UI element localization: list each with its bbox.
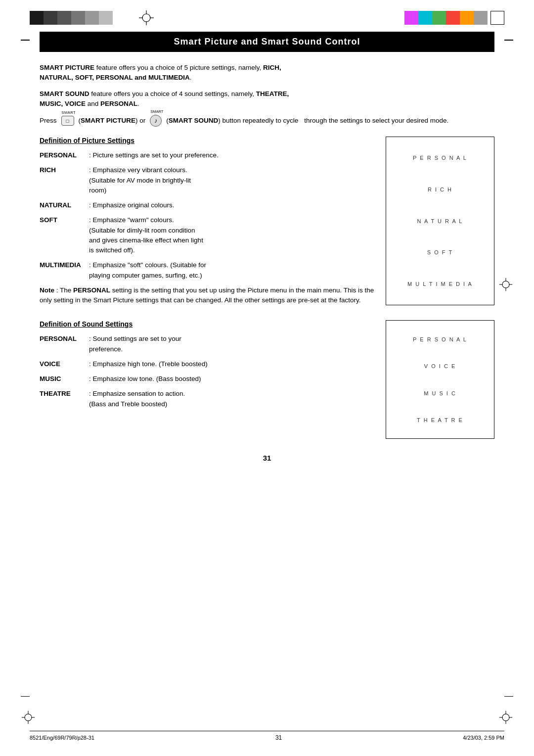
smart-sound-btn-text: (SMART SOUND) button repeatedly to cycle bbox=[166, 116, 298, 126]
sound-panel-music: M U S I C bbox=[424, 385, 456, 401]
smart-label-sound: SMART bbox=[150, 109, 163, 114]
color-block-4 bbox=[71, 11, 85, 25]
color-block-2 bbox=[44, 11, 57, 25]
sound-row-music: MUSIC : Emphasize low tone. (Bass booste… bbox=[40, 374, 376, 384]
natural-desc: : Emphasize original colours. bbox=[89, 200, 376, 210]
smart-sound-and: and bbox=[88, 100, 100, 107]
picture-section-heading: Definition of Picture Settings bbox=[40, 137, 376, 144]
picture-row-rich: RICH : Emphasize very vibrant colours.(S… bbox=[40, 165, 376, 195]
sound-panel-personal: P E R S O N A L bbox=[413, 331, 467, 347]
personal-desc: : Picture settings are set to your prefe… bbox=[89, 150, 376, 160]
color-block-r4 bbox=[446, 11, 460, 25]
color-block-r3 bbox=[432, 11, 446, 25]
smart-sound-personal: PERSONAL bbox=[100, 100, 137, 107]
sound-definition-text: Definition of Sound Settings PERSONAL : … bbox=[40, 320, 376, 439]
sound-personal-desc: : Sound settings are set to yourpreferen… bbox=[89, 334, 376, 354]
voice-term: VOICE bbox=[40, 359, 89, 369]
picture-note: Note : The PERSONAL setting is the setti… bbox=[40, 285, 376, 306]
color-blocks-right bbox=[404, 11, 488, 25]
crosshair-top-left bbox=[137, 9, 155, 27]
color-block-r5 bbox=[460, 11, 474, 25]
color-block-5 bbox=[85, 11, 99, 25]
sound-row-personal: PERSONAL : Sound settings are set to you… bbox=[40, 334, 376, 354]
footer-info: 8521/Eng/69R/79R/p28-31 31 4/23/03, 2:59… bbox=[30, 734, 504, 741]
page-title: Smart Picture and Smart Sound Control bbox=[40, 32, 494, 52]
cycle-text: through the settings to select your desi… bbox=[304, 116, 448, 126]
smart-picture-button-icon: SMART □ bbox=[61, 116, 74, 126]
page-number: 31 bbox=[263, 454, 271, 462]
picture-def-table: PERSONAL : Picture settings are set to y… bbox=[40, 150, 376, 281]
note-label: Note bbox=[40, 286, 54, 294]
picture-btn-symbol: □ bbox=[66, 117, 69, 125]
music-desc: : Emphasize low tone. (Bass boosted) bbox=[89, 374, 376, 384]
soft-desc: : Emphasize "warm" colours.(Suitable for… bbox=[89, 215, 376, 255]
panel-natural: N A T U R A L bbox=[417, 213, 463, 229]
intro-para-1: SMART PICTURE feature offers you a choic… bbox=[40, 63, 494, 83]
crosshair-right-mid bbox=[498, 277, 513, 293]
svg-point-5 bbox=[502, 281, 509, 288]
color-block-last bbox=[490, 11, 504, 25]
multimedia-term: MULTIMEDIA bbox=[40, 260, 89, 281]
color-block-r1 bbox=[404, 11, 418, 25]
smart-picture-btn-text: (SMART PICTURE) or bbox=[79, 116, 146, 126]
picture-row-personal: PERSONAL : Picture settings are set to y… bbox=[40, 150, 376, 160]
panel-soft: S O F T bbox=[427, 244, 453, 260]
note-personal: PERSONAL bbox=[73, 286, 110, 294]
crosshair-bottom-right bbox=[498, 710, 513, 726]
sound-section-heading: Definition of Sound Settings bbox=[40, 320, 376, 328]
sound-panel-theatre: T H E A T R E bbox=[417, 412, 463, 428]
svg-point-10 bbox=[25, 714, 32, 721]
sound-panel: P E R S O N A L V O I C E M U S I C T H … bbox=[386, 320, 494, 439]
music-term: MUSIC bbox=[40, 374, 89, 384]
picture-row-soft: SOFT : Emphasize "warm" colours.(Suitabl… bbox=[40, 215, 376, 255]
sound-definition-section: Definition of Sound Settings PERSONAL : … bbox=[40, 320, 494, 439]
smart-sound-button-icon: SMART ♪ bbox=[150, 115, 162, 127]
right-margin-marks bbox=[504, 40, 513, 41]
period2: . bbox=[137, 100, 139, 107]
rich-term: RICH bbox=[40, 165, 89, 195]
picture-panel: P E R S O N A L R I C H N A T U R A L S … bbox=[386, 137, 494, 305]
press-text: Press bbox=[40, 116, 57, 126]
press-line: Press SMART □ (SMART PICTURE) or SMART ♪… bbox=[40, 115, 494, 127]
footer-center-num: 31 bbox=[275, 734, 282, 741]
color-block-r6 bbox=[474, 11, 488, 25]
smart-sound-label: SMART SOUND bbox=[40, 90, 89, 97]
page-number-display: 31 bbox=[40, 454, 494, 462]
left-margin-mark-bottom bbox=[21, 696, 30, 697]
natural-term: NATURAL bbox=[40, 200, 89, 210]
svg-point-0 bbox=[142, 14, 150, 22]
theatre-term: THEATRE bbox=[40, 389, 89, 409]
footer-divider bbox=[30, 731, 504, 731]
picture-definition-text: Definition of Picture Settings PERSONAL … bbox=[40, 137, 376, 305]
smart-label-picture: SMART bbox=[62, 110, 76, 115]
sound-personal-term: PERSONAL bbox=[40, 334, 89, 354]
panel-multimedia: M U L T I M E D I A bbox=[407, 276, 473, 292]
panel-rich: R I C H bbox=[428, 182, 452, 197]
page-content: Smart Picture and Smart Sound Control SM… bbox=[0, 32, 534, 512]
panel-personal: P E R S O N A L bbox=[413, 150, 467, 166]
color-block-3 bbox=[57, 11, 71, 25]
rich-desc: : Emphasize very vibrant colours.(Suitab… bbox=[89, 165, 376, 195]
soft-term: SOFT bbox=[40, 215, 89, 255]
sound-btn-symbol: ♪ bbox=[154, 116, 158, 126]
note-colon: : The bbox=[54, 286, 73, 294]
crosshair-bottom-left bbox=[21, 710, 36, 726]
picture-definition-section: Definition of Picture Settings PERSONAL … bbox=[40, 137, 494, 305]
color-block-r2 bbox=[418, 11, 432, 25]
smart-picture-label: SMART PICTURE bbox=[40, 64, 94, 71]
top-bar bbox=[0, 0, 534, 32]
svg-point-15 bbox=[502, 714, 509, 721]
period1: . bbox=[190, 74, 192, 81]
footer-right: 4/23/03, 2:59 PM bbox=[463, 735, 504, 741]
color-blocks-left bbox=[30, 11, 113, 25]
picture-row-multimedia: MULTIMEDIA : Emphasize "soft" colours. (… bbox=[40, 260, 376, 281]
color-block-1 bbox=[30, 11, 44, 25]
sound-panel-voice: V O I C E bbox=[424, 358, 456, 374]
sound-row-voice: VOICE : Emphasize high tone. (Treble boo… bbox=[40, 359, 376, 369]
picture-row-natural: NATURAL : Emphasize original colours. bbox=[40, 200, 376, 210]
smart-picture-desc: feature offers you a choice of 5 picture… bbox=[96, 64, 263, 71]
voice-desc: : Emphasize high tone. (Treble boosted) bbox=[89, 359, 376, 369]
intro-para-2: SMART SOUND feature offers you a choice … bbox=[40, 89, 494, 109]
title-text: Smart Picture and Smart Sound Control bbox=[174, 37, 360, 47]
right-margin-mark-bottom bbox=[504, 696, 513, 697]
